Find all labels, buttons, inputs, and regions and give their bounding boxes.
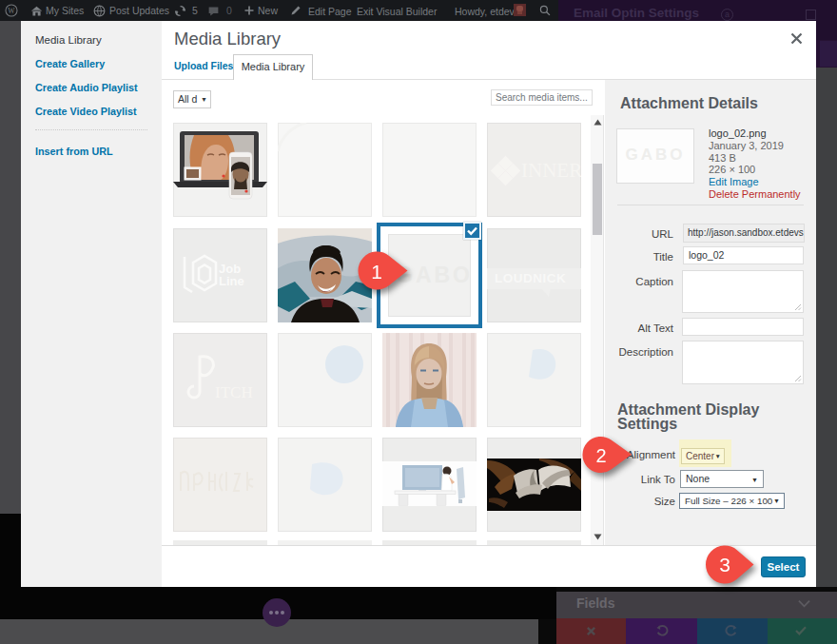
svg-text:INNER: INNER <box>521 159 581 182</box>
svg-text:1: 1 <box>371 261 382 283</box>
svg-text:W: W <box>8 7 15 15</box>
svg-text:ITCH: ITCH <box>215 383 253 401</box>
svg-text:2: 2 <box>595 445 606 466</box>
svg-text:Line: Line <box>219 274 244 288</box>
svg-text:3: 3 <box>719 554 730 576</box>
